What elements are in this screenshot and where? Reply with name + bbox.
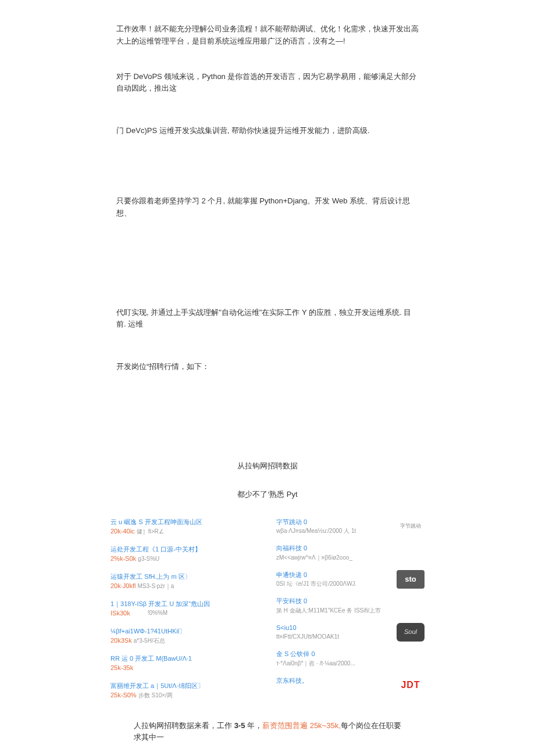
job-item: 金 S 公钦倬 0 т·*Λai0nβ*｜咨 · /t·¼aa/2000...: [276, 649, 425, 668]
job-item: 申通快递 0 0SI 坛《e/J1 市公司/2000ΛWJ. sto: [276, 570, 425, 589]
job-salary-row: ISk30k !0%%M: [110, 608, 259, 618]
section-heading-2: 都少不了‘熟悉 Pyt: [116, 489, 419, 501]
bottom-salary: 薪资范围普遍 25k~35k,: [262, 721, 341, 730]
job-title-link[interactable]: 运处开发工程《1 口源-中关村】: [110, 544, 259, 554]
bottom-paragraph: 人拉钩网招聘数据来看，工作 3-5 年，薪资范围普遍 25k~35k,每个岗位在…: [116, 720, 419, 744]
job-column-right: 字节跳动 0 wβa·ΛJ≡sa/Mea½u:/2000 人 1t 字节跳动 向…: [276, 517, 425, 708]
jdt-logo-icon: JDT: [397, 676, 425, 694]
job-company-link[interactable]: 金 S 公钦倬 0: [276, 649, 425, 659]
job-item: 平安科技 0 第 H 金融人:M11M1"KCEe 务 ISSifi/上市: [276, 596, 425, 615]
job-company-meta: 第 H 金融人:M11M1"KCEe 务 ISSifi/上市: [276, 606, 425, 615]
job-meta: 健］fi>R∠: [137, 528, 164, 535]
job-meta: MS3-S·pżr｜a: [137, 583, 174, 589]
paragraph-4: 只要你跟着老师坚持学习 2 个月, 就能掌握 Python+Djang。开发 W…: [116, 195, 419, 220]
job-item: 字节跳动 0 wβa·ΛJ≡sa/Mea½u:/2000 人 1t 字节跳动: [276, 517, 425, 536]
job-title-link[interactable]: 运猿开发工 SfH.上为 m 区〉: [110, 572, 259, 582]
job-salary-row: 2%k-S0k g3-S%U: [110, 554, 259, 564]
job-meta: a*3-5H/石总: [134, 637, 165, 644]
job-item: 云 u 崛逸 S 开发工程呻面海山区 20k-40ic 健］fi>R∠: [110, 517, 259, 536]
paragraph-3: 门 DeVc)PS 运维开发实战集训营, 帮助你快速提升运维开发能力，进阶高级.: [116, 125, 419, 137]
job-listing-table: 云 u 崛逸 S 开发工程呻面海山区 20k-40ic 健］fi>R∠ 运处开发…: [110, 517, 425, 708]
job-salary-row: 25k-S0% 步数 S10×/两: [110, 690, 259, 700]
job-item: RR 运 0 开发工 M(BawU/Λ·1 25k-35k: [110, 654, 259, 673]
job-meta: g3-S%U: [138, 556, 159, 562]
job-salary: ISk30k: [110, 608, 130, 618]
job-salary-row: 20k-40ic 健］fi>R∠: [110, 526, 259, 536]
paragraph-5: 代盯实现, 并通过上手实战理解"自动化运维"在实际工作 Y 的应胜，独立开发运维…: [116, 307, 419, 331]
job-company-meta: т·*Λai0nβ*｜咨 · /t·¼aa/2000...: [276, 659, 425, 668]
job-company-link[interactable]: 平安科技 0: [276, 596, 425, 606]
bottom-years: 3-5: [234, 721, 245, 730]
job-title-link[interactable]: ¼βf+ai1WΦ-1?41UtHKil〕: [110, 626, 259, 636]
soul-logo-icon: Soul: [397, 623, 425, 642]
job-item: S<iu10 tt≡lFtt/CXJUtt/MOOAK1t Soul: [276, 623, 425, 642]
job-salary: 20k3Sk: [110, 637, 132, 644]
job-title-link[interactable]: 富丽维开发工 a｜5Ut/Λ·绵阳区〕: [110, 681, 259, 691]
job-title-link[interactable]: 1｜318Y-ISβ 开发工 U 加深”危山因: [110, 599, 259, 609]
bottom-prefix: 人拉钩网招聘数据来看，工作: [134, 721, 234, 730]
job-title-link[interactable]: 云 u 崛逸 S 开发工程呻面海山区: [110, 517, 259, 527]
job-company-meta: zM<<awjrw^≡Λ｜≡β6iø2ooo_: [276, 553, 425, 562]
bottom-mid: 年，: [245, 721, 262, 730]
section-heading-1: 从拉钩网招聘数据: [116, 460, 419, 472]
sto-logo-icon: sto: [397, 570, 425, 589]
paragraph-2: 对于 DeVoPS 领域来说，Python 是你首选的开发语言，因为它易学易用，…: [116, 71, 419, 95]
job-item: 1｜318Y-ISβ 开发工 U 加深”危山因 ISk30k !0%%M: [110, 599, 259, 618]
job-item: ¼βf+ai1WΦ-1?41UtHKil〕 20k3Sk a*3-5H/石总: [110, 626, 259, 646]
bytedance-logo-icon: 字节跳动: [397, 517, 425, 536]
job-salary: 25k-S0%: [110, 691, 137, 698]
job-meta: 步数 S10×/两: [138, 692, 173, 698]
job-salary-row: 20k·J0kfl MS3-S·pżr｜a: [110, 581, 259, 591]
job-item: 富丽维开发工 a｜5Ut/Λ·绵阳区〕 25k-S0% 步数 S10×/两: [110, 681, 259, 700]
job-meta: !0%%M: [148, 608, 167, 618]
job-item: 运处开发工程《1 口源-中关村】 2%k-S0k g3-S%U: [110, 544, 259, 564]
job-salary: 20k-40ic: [110, 528, 135, 535]
job-column-left: 云 u 崛逸 S 开发工程呻面海山区 20k-40ic 健］fi>R∠ 运处开发…: [110, 517, 259, 708]
job-item: 向福科技 0 zM<<awjrw^≡Λ｜≡β6iø2ooo_: [276, 543, 425, 562]
paragraph-1: 工作效率！就不能充分理解公司业务流程！就不能帮助调试、优化！化需求，快速开发出高…: [116, 23, 419, 48]
job-title-link[interactable]: RR 运 0 开发工 M(BawU/Λ·1: [110, 654, 259, 664]
job-item: 运猿开发工 SfH.上为 m 区〉 20k·J0kfl MS3-S·pżr｜a: [110, 572, 259, 591]
job-salary-row: 20k3Sk a*3-5H/石总: [110, 636, 259, 646]
document-body: 工作效率！就不能充分理解公司业务流程！就不能帮助调试、优化！化需求，快速开发出高…: [0, 0, 535, 756]
paragraph-6: 开发岗位“招聘行情，如下：: [116, 361, 419, 373]
job-salary: 20k·J0kfl: [110, 582, 135, 589]
job-salary: 25k-35k: [110, 664, 133, 671]
job-company-link[interactable]: 向福科技 0: [276, 543, 425, 553]
job-salary-row: 25k-35k: [110, 663, 259, 673]
job-salary: 2%k-S0k: [110, 555, 136, 562]
job-item: 京东科技。 JDT: [276, 676, 425, 686]
